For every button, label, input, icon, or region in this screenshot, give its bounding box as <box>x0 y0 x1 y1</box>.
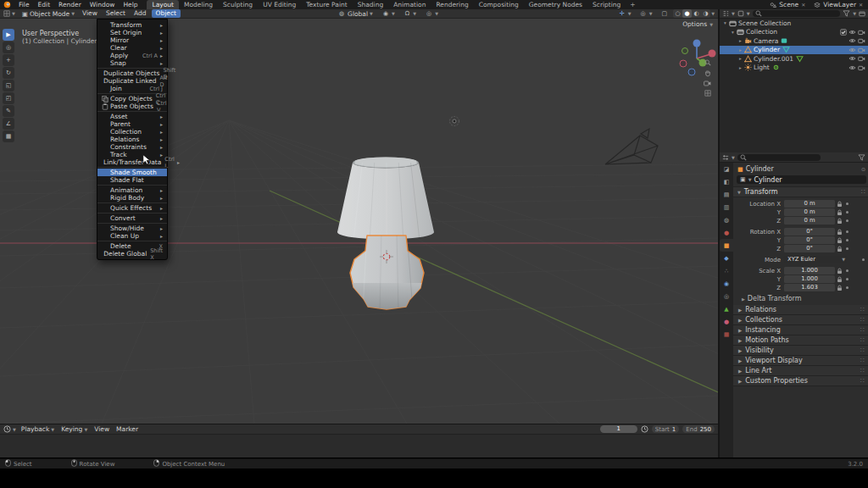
animate-dot[interactable] <box>843 278 850 280</box>
workspace-tab[interactable]: Layout <box>147 0 179 9</box>
object-menu-item[interactable]: Collection ▸ <box>97 128 167 136</box>
workspace-tab[interactable]: Sculpting <box>218 0 258 9</box>
properties-search-input[interactable] <box>737 154 821 161</box>
viewport-menu[interactable]: View <box>78 9 102 18</box>
eye-toggle-icon[interactable] <box>849 55 856 62</box>
rotation-value-field[interactable]: 0° <box>784 228 835 236</box>
object-name-caret[interactable]: ▼ <box>748 177 752 182</box>
pivot-point-selector[interactable]: ◉▼ <box>378 10 398 17</box>
checkbox-toggle-icon[interactable] <box>840 29 847 36</box>
workspace-tab[interactable]: Modeling <box>179 0 218 9</box>
tool-button[interactable]: ▦ <box>3 130 14 142</box>
properties-tab[interactable]: ▤ <box>720 188 733 201</box>
eye-toggle-icon[interactable] <box>849 64 856 71</box>
properties-tab[interactable]: ▥ <box>720 201 733 214</box>
object-menu-item[interactable]: Quick Effects ▸ <box>97 204 167 212</box>
location-value-field[interactable]: 0 m <box>784 217 835 225</box>
snap-toggle[interactable]: Ω▼ <box>400 10 420 17</box>
properties-editor-icon[interactable] <box>722 154 729 161</box>
object-menu-item[interactable]: Paste Objects Ctrl V <box>97 103 167 110</box>
timeline-menu[interactable]: Playback▼ <box>18 425 58 433</box>
outliner-row[interactable]: ▸ Cylinder.001 <box>720 54 868 64</box>
properties-tab[interactable]: ∴ <box>720 264 733 277</box>
transform-panel-header[interactable]: ▼ Transform ∷ <box>733 186 868 197</box>
pan-hand-icon[interactable] <box>704 69 711 77</box>
orthographic-toggle-icon[interactable] <box>704 90 711 97</box>
outliner-row[interactable]: ▾ Collection <box>720 28 868 37</box>
tool-button[interactable]: ◰ <box>3 92 14 104</box>
workspace-tab[interactable]: Scripting <box>587 0 626 9</box>
object-menu-item[interactable]: Animation ▸ <box>97 186 167 194</box>
camera-view-icon[interactable] <box>704 80 711 86</box>
object-menu-item[interactable]: Clear ▸ <box>97 44 167 52</box>
lock-icon[interactable] <box>835 276 843 283</box>
tool-button[interactable]: ◱ <box>3 80 14 92</box>
tool-button[interactable]: ∠ <box>3 118 14 130</box>
tool-button[interactable]: ✎ <box>3 105 14 117</box>
object-menu-item[interactable]: Duplicate Linked Alt D <box>97 77 167 85</box>
animate-dot[interactable] <box>843 219 850 222</box>
object-menu-item[interactable]: Apply Ctrl A ▸ <box>97 52 167 59</box>
object-menu-item[interactable]: Shade Smooth <box>97 169 167 176</box>
lamp-base-mesh-selected[interactable] <box>348 232 428 313</box>
camera-object[interactable] <box>605 129 658 164</box>
tool-button[interactable]: + <box>3 54 14 66</box>
keying-icon[interactable] <box>641 425 648 433</box>
workspace-tab[interactable]: Geometry Nodes <box>524 0 587 9</box>
properties-section-header[interactable]: ▶ Viewport Display ∷ <box>733 356 868 366</box>
pin-icon[interactable]: ⊙ <box>861 166 865 172</box>
lock-icon[interactable] <box>835 285 843 291</box>
object-menu-item[interactable]: Duplicate Objects Shift D <box>97 69 167 77</box>
properties-section-header[interactable]: ▶ Custom Properties ∷ <box>733 376 868 386</box>
properties-tab[interactable]: ◪ <box>720 163 733 175</box>
object-menu-item[interactable]: Relations ▸ <box>97 136 167 143</box>
workspace-tab[interactable]: Compositing <box>474 0 524 9</box>
transform-orientation-selector[interactable]: ◍Global▼ <box>334 10 376 18</box>
animate-dot[interactable] <box>843 202 850 205</box>
object-menu-item[interactable]: Clean Up ▸ <box>97 232 167 240</box>
object-menu-item[interactable]: Mirror ▸ <box>97 36 167 44</box>
location-value-field[interactable]: 0 m <box>784 208 835 216</box>
outliner-row[interactable]: ▸ Cylinder <box>720 46 868 55</box>
viewport-menu[interactable]: Object <box>152 9 181 18</box>
filter-icon[interactable] <box>843 10 850 17</box>
shading-mode-button[interactable]: ● <box>682 9 692 18</box>
proportional-editing-toggle[interactable]: ◎▼ <box>421 10 442 17</box>
animate-dot[interactable] <box>843 211 850 214</box>
properties-section-header[interactable]: ▶ Relations ∷ <box>733 305 868 315</box>
eye-toggle-icon[interactable] <box>849 47 856 53</box>
properties-tab[interactable]: ◍ <box>720 214 733 226</box>
light-object[interactable] <box>450 117 459 126</box>
properties-tab[interactable]: ■ <box>720 239 733 252</box>
object-menu-item[interactable]: Transform ▸ <box>97 21 167 29</box>
show-gizmo-toggle[interactable]: ✢▼ <box>615 10 635 17</box>
object-menu-item[interactable]: Constraints ▸ <box>97 143 167 151</box>
outliner-editor-icon[interactable] <box>722 10 729 17</box>
timeline-menu[interactable]: View <box>91 425 113 433</box>
frame-end-field[interactable]: End250 <box>682 425 715 433</box>
rotation-value-field[interactable]: 0° <box>784 236 835 244</box>
lampshade-mesh[interactable] <box>337 158 434 242</box>
workspace-tab[interactable]: UV Editing <box>258 0 301 9</box>
animate-dot[interactable] <box>860 258 866 261</box>
toggle-xray-button[interactable]: ▢ <box>657 10 673 17</box>
shading-dropdown-icon[interactable]: ▼ <box>711 11 715 16</box>
properties-section-header[interactable]: ▶ Line Art ∷ <box>733 366 868 376</box>
remove-view-layer-icon[interactable]: ✕ <box>859 2 863 8</box>
panel-grip-icon[interactable]: ∷ <box>861 188 865 196</box>
timeline-editor-icon[interactable] <box>3 425 11 433</box>
properties-editor-caret[interactable]: ▼ <box>732 155 735 160</box>
unlink-scene-icon[interactable]: ✕ <box>801 2 805 8</box>
properties-tab[interactable]: ◧ <box>720 175 733 188</box>
view-layer-selector[interactable]: ViewLayer ✕ <box>814 1 863 8</box>
properties-section-header[interactable]: ▶ Collections ∷ <box>733 315 868 325</box>
properties-tab[interactable]: ◎ <box>720 290 733 302</box>
lock-icon[interactable] <box>835 237 843 244</box>
properties-filter-icon[interactable] <box>858 154 865 161</box>
topbar-menu[interactable]: Edit <box>34 1 55 8</box>
properties-section-header[interactable]: ▶ Motion Paths ∷ <box>733 336 868 346</box>
viewport-menu[interactable]: Select <box>102 9 130 18</box>
topbar-menu[interactable]: Help <box>119 1 142 8</box>
lock-icon[interactable] <box>835 268 843 274</box>
properties-tab[interactable]: ● <box>720 315 733 328</box>
